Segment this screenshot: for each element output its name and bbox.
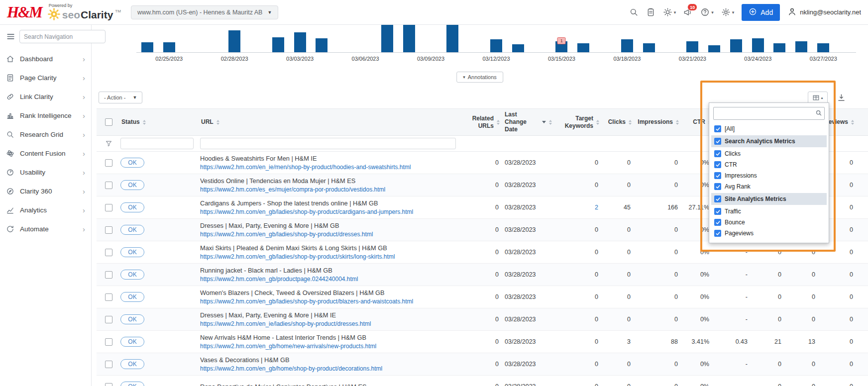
table-row[interactable]: OKMaxi Skirts | Pleated & Denim Maxi Ski… [97,241,868,264]
url-filter-cell [200,138,464,149]
row-checkbox[interactable] [105,361,112,368]
row-checkbox[interactable] [105,316,112,323]
sidebar-item-analytics[interactable]: Analytics› [0,200,91,219]
domain-selector[interactable]: www.hm.com (US-en) - Hennes & Mauritz AB… [131,5,278,19]
column-chooser-list: [All]Search Analytics MetricsClicksCTRIm… [713,123,825,239]
url-link[interactable]: https://www2.hm.com/es_es/mujer/compra-p… [200,186,459,193]
announcements-button[interactable]: 10 [683,7,693,17]
pageviews-cell: 0 [820,383,858,386]
column-option-ctr[interactable]: CTR [713,159,825,170]
url-link[interactable]: https://www2.hm.com/en_gb/ladies/shop-by… [200,208,459,215]
row-checkbox[interactable] [105,293,112,301]
column-option-traffic[interactable]: Traffic [713,206,825,217]
sidebar-item-clarity-360[interactable]: Clarity 360› [0,182,91,200]
sidebar-item-rank-intelligence[interactable]: Rank Intelligence› [0,106,91,125]
target-keywords-link[interactable]: 2 [595,204,598,211]
settings-button[interactable]: ▾ [721,7,735,17]
checked-checkbox[interactable] [714,230,721,237]
add-button[interactable]: Add [742,4,780,21]
url-link[interactable]: https://www2.hm.com/en_gb/ladies/shop-by… [200,298,459,305]
table-row[interactable]: OKNew Arrivals H&M Home - Latest Interio… [97,331,868,353]
column-option-search-analytics-metrics[interactable]: Search Analytics Metrics [711,135,827,147]
url-link[interactable]: https://www2.hm.com/en_gb/home/new-arriv… [200,343,459,350]
column-chooser-panel: [All]Search Analytics MetricsClicksCTRIm… [709,102,829,243]
column-chooser-search-input[interactable] [713,107,825,120]
bounce-cell: 0 [786,249,820,256]
url-link[interactable]: https://www2.hm.com/en_ie/ladies/shop-by… [200,320,459,327]
row-checkbox[interactable] [105,383,112,386]
seoclarity-sun-icon [48,8,60,22]
column-header-target-keywords[interactable]: Target Keywords [556,113,603,132]
row-checkbox[interactable] [105,226,112,234]
sidebar-item-usability[interactable]: Usability› [0,163,91,182]
column-header-impressions[interactable]: Impressions [636,116,683,128]
checked-checkbox[interactable] [714,161,721,168]
column-header-status[interactable]: Status [120,116,200,128]
user-menu[interactable]: nkling@seoclarity.net [787,7,861,18]
column-header-last-change-date[interactable]: Last Change Date [504,109,556,135]
annotations-button[interactable]: ▾ Annotations [456,72,503,83]
column-option-clicks[interactable]: Clicks [713,148,825,159]
select-all-checkbox[interactable] [105,118,112,126]
checked-checkbox[interactable] [714,150,721,157]
row-checkbox[interactable] [105,338,112,346]
table-row[interactable]: OKWomen's Blazers | Check, Tweed & Overs… [97,286,868,308]
column-option-pageviews[interactable]: Pageviews [713,228,825,239]
url-link[interactable]: https://www2.hm.com/en_ie/men/shop-by-pr… [200,164,459,171]
url-link[interactable]: https://www2.hm.com/en_gb/ladies/shop-by… [200,231,459,238]
url-filter-input[interactable] [200,138,456,149]
table-row[interactable]: OKDresses | Maxi, Party, Evening & More … [97,308,868,331]
status-filter-input[interactable] [120,138,194,149]
person-icon [787,7,797,18]
checked-checkbox[interactable] [714,219,721,226]
sidebar-search-input[interactable] [19,30,106,43]
sidebar-item-content-fusion[interactable]: Content Fusion› [0,144,91,163]
column-header-url[interactable]: URL [200,116,464,128]
column-header-related-urls[interactable]: Related URLs [464,113,504,132]
checked-checkbox[interactable] [714,125,721,132]
link-icon [6,93,14,101]
checked-checkbox[interactable] [714,172,721,179]
table-row[interactable]: OKRunning jacket - Black marl - Ladies |… [97,264,868,286]
table-row[interactable]: OKVases & Decorations | H&M GBhttps://ww… [97,353,868,376]
column-chooser-button[interactable]: ▴ [808,92,828,104]
checked-checkbox[interactable] [714,183,721,190]
filter-funnel-icon[interactable] [97,140,120,147]
url-link[interactable]: https://www2.hm.com/en_gb/productpage.02… [200,276,459,283]
clicks-cell: 0 [603,271,636,278]
tasks-button[interactable] [646,7,655,17]
status-badge: OK [120,337,144,347]
column-header-clicks[interactable]: Clicks [603,116,636,128]
help-button[interactable]: ▾ [700,7,714,17]
download-button[interactable] [837,93,846,102]
sidebar-item-page-clarity[interactable]: Page Clarity› [0,68,91,87]
url-link[interactable]: https://www2.hm.com/en_gb/ladies/shop-by… [200,253,459,260]
url-link[interactable]: https://www2.hm.com/en_gb/home/shop-by-p… [200,365,459,372]
row-checkbox[interactable] [105,271,112,279]
sidebar-item-automate[interactable]: Automate› [0,219,91,238]
column-option-site-analytics-metrics[interactable]: Site Analytics Metrics [711,193,827,205]
theme-button[interactable]: ▾ [663,7,676,17]
row-checkbox[interactable] [105,159,112,167]
annotation-marker[interactable]: 1 [557,37,566,44]
column-option-bounce[interactable]: Bounce [713,217,825,228]
action-dropdown[interactable]: - Action - ▼ [99,92,142,103]
search-button[interactable] [629,7,639,17]
row-checkbox[interactable] [105,249,112,256]
sidebar-item-research-grid[interactable]: Research Grid› [0,125,91,144]
sidebar-item-label: Rank Intelligence [20,112,72,119]
hamburger-menu-icon[interactable] [6,32,15,41]
columns-grid-icon [812,94,820,101]
sidebar-item-link-clarity[interactable]: Link Clarity› [0,87,91,106]
column-option-avg-rank[interactable]: Avg Rank [713,181,825,192]
checked-checkbox[interactable] [714,195,721,202]
row-checkbox[interactable] [105,182,112,189]
sidebar-item-dashboard[interactable]: Dashboard› [0,49,91,68]
column-option-impressions[interactable]: Impressions [713,170,825,181]
checked-checkbox[interactable] [714,138,721,145]
checked-checkbox[interactable] [714,208,721,215]
column-option-all[interactable]: [All] [713,123,825,134]
chart-bar [708,45,720,52]
row-checkbox[interactable] [105,204,112,211]
table-row[interactable]: OKRopa Deportiva de Mujer | Conjuntos De… [97,376,868,386]
